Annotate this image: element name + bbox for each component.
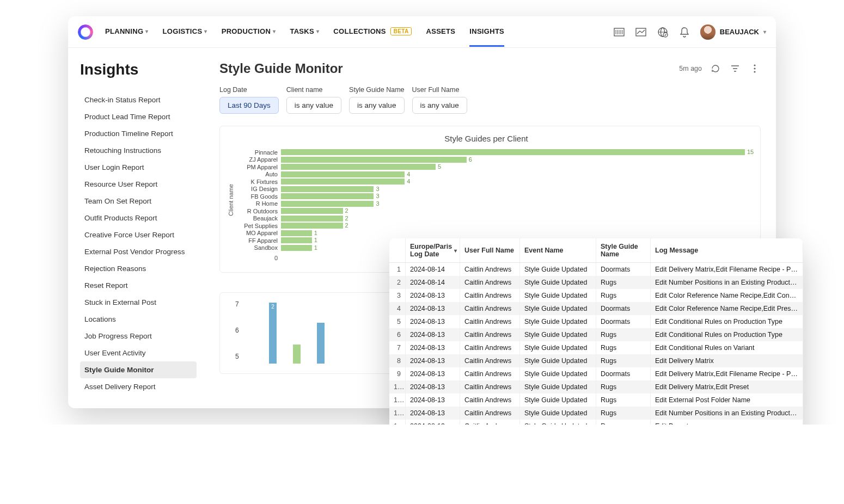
table-row[interactable]: 42024-08-13Caitlin AndrewsStyle Guide Up… [389, 302, 803, 315]
col-index[interactable] [389, 238, 406, 262]
col-style[interactable]: Style Guide Name [596, 238, 651, 262]
sidebar-item[interactable]: Retouching Instructions [80, 142, 197, 159]
table-row[interactable]: 112024-08-13Caitlin AndrewsStyle Guide U… [389, 394, 803, 407]
sidebar-list: Check-in Status ReportProduct Lead Time … [80, 91, 197, 395]
filter: Client nameis any value [286, 86, 341, 114]
chart-bar[interactable]: 15 [281, 149, 745, 155]
timestamp: 5m ago [679, 65, 702, 72]
chart-category: Sandbox [237, 244, 281, 251]
nav-logistics[interactable]: LOGISTICS▾ [163, 17, 207, 47]
svg-point-14 [754, 64, 755, 66]
table-row[interactable]: 82024-08-13Caitlin AndrewsStyle Guide Up… [389, 354, 803, 367]
table-row[interactable]: 62024-08-13Caitlin AndrewsStyle Guide Up… [389, 328, 803, 341]
nav-production[interactable]: PRODUCTION▾ [222, 17, 276, 47]
table-row[interactable]: 102024-08-13Caitlin AndrewsStyle Guide U… [389, 380, 803, 394]
sidebar-item[interactable]: Resource User Report [80, 176, 197, 193]
lower-bar[interactable]: 2 [269, 304, 277, 364]
chart-value: 6 [469, 156, 472, 163]
chart-bar[interactable]: 5 [281, 164, 436, 170]
table-row[interactable]: 22024-08-14Caitlin AndrewsStyle Guide Up… [389, 276, 803, 289]
app-window: PLANNING▾LOGISTICS▾PRODUCTION▾TASKS▾COLL… [68, 16, 776, 408]
filter-pill[interactable]: is any value [349, 97, 404, 114]
chart-bar[interactable]: 3 [281, 186, 374, 192]
sidebar-item[interactable]: Rejection Reasons [80, 260, 197, 277]
sidebar-item[interactable]: Outfit Products Report [80, 210, 197, 226]
chart-category: MO Apparel [237, 230, 281, 236]
filter-pill[interactable]: Last 90 Days [219, 97, 279, 114]
sidebar-item[interactable]: Team On Set Report [80, 193, 197, 210]
chart-bar[interactable]: 1 [281, 245, 312, 251]
more-icon[interactable] [749, 63, 761, 75]
sidebar-item[interactable]: Stuck in External Post [80, 294, 197, 311]
sidebar-item[interactable]: Style Guide Monitor [80, 361, 197, 378]
filter-icon[interactable] [729, 63, 741, 75]
nav-assets[interactable]: ASSETS [426, 17, 455, 47]
user-menu[interactable]: BEAUJACK ▾ [700, 24, 766, 40]
lower-bar[interactable] [317, 323, 325, 364]
chart-icon[interactable] [635, 26, 647, 38]
chart-bar[interactable]: 2 [281, 216, 343, 222]
chart-value: 1 [314, 244, 317, 251]
chart-bar[interactable]: 2 [281, 208, 343, 214]
col-user[interactable]: User Full Name [460, 238, 520, 262]
chart-bar[interactable]: 4 [281, 171, 405, 177]
filter-pill[interactable]: is any value [286, 97, 341, 114]
refresh-icon[interactable] [710, 63, 721, 75]
sidebar-item[interactable]: Production Timeline Report [80, 125, 197, 142]
globe-icon[interactable] [657, 26, 669, 38]
col-log-date[interactable]: Europe/Paris Log Date ▾ [406, 238, 460, 262]
chart-bar[interactable]: 1 [281, 230, 312, 236]
table-body: 12024-08-14Caitlin AndrewsStyle Guide Up… [389, 263, 803, 425]
nav-planning[interactable]: PLANNING▾ [105, 17, 149, 47]
filter-label: Client name [286, 86, 341, 94]
chart-value: 4 [407, 171, 410, 177]
chart-row: Pet Supplies2 [237, 222, 745, 230]
chart-value: 2 [345, 222, 348, 229]
col-msg[interactable]: Log Message [651, 238, 803, 262]
table-row[interactable]: 52024-08-13Caitlin AndrewsStyle Guide Up… [389, 315, 803, 328]
sidebar-item[interactable]: Product Lead Time Report [80, 108, 197, 125]
chart-bar[interactable]: 4 [281, 179, 405, 185]
sidebar-item[interactable]: External Post Vendor Progress [80, 243, 197, 260]
sidebar-item[interactable]: Job Progress Report [80, 328, 197, 345]
col-event[interactable]: Event Name [520, 238, 596, 262]
chart-value: 1 [314, 237, 317, 243]
table-row[interactable]: 12024-08-14Caitlin AndrewsStyle Guide Up… [389, 263, 803, 276]
table-row[interactable]: 132024-08-13Caitlin AndrewsStyle Guide U… [389, 420, 803, 425]
bell-icon[interactable] [678, 26, 690, 38]
sidebar-item[interactable]: Reset Report [80, 277, 197, 294]
table-row[interactable]: 122024-08-13Caitlin AndrewsStyle Guide U… [389, 407, 803, 420]
table-row[interactable]: 92024-08-13Caitlin AndrewsStyle Guide Up… [389, 367, 803, 380]
chart-value: 3 [376, 186, 379, 192]
barcode-icon[interactable] [613, 26, 625, 38]
sidebar-item[interactable]: Asset Delivery Report [80, 378, 197, 395]
chart-bar[interactable]: 3 [281, 201, 374, 207]
nav-collections[interactable]: COLLECTIONSBETA [333, 17, 412, 47]
chart-row: K Fixtures4 [237, 178, 745, 186]
lower-bars: 2 [269, 304, 325, 364]
chart-value: 1 [314, 230, 317, 236]
chart-row: R Outdoors2 [237, 207, 745, 215]
filter-label: Log Date [219, 86, 279, 94]
sidebar-item[interactable]: Locations [80, 311, 197, 328]
table-row[interactable]: 72024-08-13Caitlin AndrewsStyle Guide Up… [389, 341, 803, 354]
chart-row: PM Apparel5 [237, 163, 745, 171]
sidebar-item[interactable]: User Event Activity [80, 345, 197, 361]
logo-icon[interactable] [78, 24, 93, 40]
svg-point-15 [754, 67, 755, 69]
sidebar-item[interactable]: User Login Report [80, 159, 197, 176]
sidebar-item[interactable]: Creative Force User Report [80, 226, 197, 243]
nav-tasks[interactable]: TASKS▾ [290, 17, 319, 47]
sidebar-item[interactable]: Check-in Status Report [80, 91, 197, 108]
table-row[interactable]: 32024-08-13Caitlin AndrewsStyle Guide Up… [389, 289, 803, 302]
chart-bar[interactable]: 3 [281, 193, 374, 199]
lower-bar[interactable] [293, 345, 301, 364]
chart-bar[interactable]: 1 [281, 237, 312, 243]
chart-bar[interactable]: 6 [281, 157, 467, 163]
chart-row: R Home3 [237, 200, 745, 208]
filter-pill[interactable]: is any value [412, 97, 467, 114]
chart-bar[interactable]: 2 [281, 223, 343, 229]
chart-category: Beaujack [237, 215, 281, 222]
nav-items: PLANNING▾LOGISTICS▾PRODUCTION▾TASKS▾COLL… [105, 17, 613, 47]
nav-insights[interactable]: INSIGHTS [469, 17, 504, 47]
